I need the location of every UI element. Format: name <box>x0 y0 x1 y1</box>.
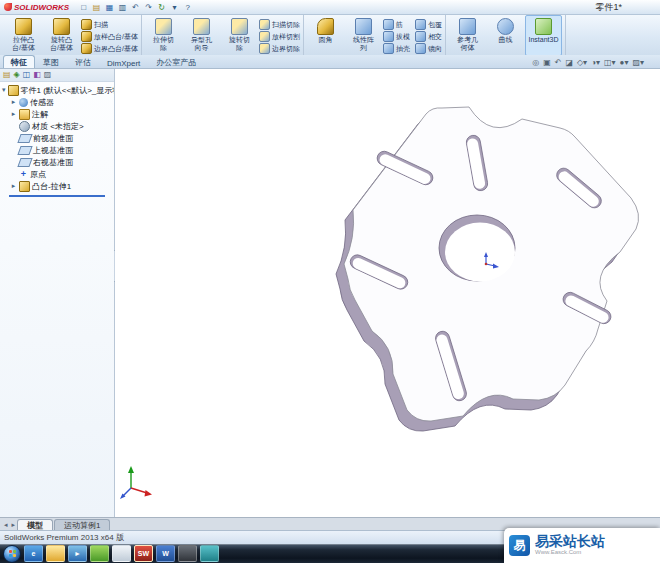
swept-boss-icon <box>81 19 92 30</box>
fillet-button[interactable]: 圆角 <box>307 15 344 56</box>
view-orientation-icon[interactable]: ◇▾ <box>577 58 587 68</box>
tab-office-products[interactable]: 办公室产品 <box>148 55 204 68</box>
undo-icon[interactable]: ↶ <box>130 2 141 13</box>
apply-scene-icon[interactable]: ▨▾ <box>632 58 644 68</box>
featuremanager-tab-icon[interactable]: ▤ <box>3 70 11 79</box>
rollback-bar[interactable] <box>9 195 105 197</box>
curves-icon <box>497 18 514 35</box>
label: 包覆 <box>428 20 442 30</box>
label: 参考几 何体 <box>457 36 478 51</box>
taskbar-icon-internet-explorer[interactable]: e <box>24 545 43 562</box>
tree-item-front-plane[interactable]: 前视基准面 <box>1 132 113 144</box>
extruded-cut-icon <box>155 18 172 35</box>
tree-item-right-plane[interactable]: 右视基准面 <box>1 156 113 168</box>
start-button[interactable] <box>3 545 21 563</box>
options-icon[interactable]: ▾ <box>169 2 180 13</box>
zoom-area-icon[interactable]: ▣ <box>543 58 551 68</box>
open-file-icon[interactable]: ▤ <box>91 2 102 13</box>
tree-item-label: 传感器 <box>30 97 54 108</box>
watermark: 易 易采站长站 Www.Easck.Com <box>504 528 660 563</box>
center-hole[interactable] <box>439 215 515 282</box>
tree-item-top-plane[interactable]: 上视基准面 <box>1 144 113 156</box>
extruded-cut-button[interactable]: 拉伸切 除 <box>145 15 182 56</box>
draft-icon <box>383 31 394 42</box>
expand-arrow-icon[interactable]: ▾ <box>2 86 6 94</box>
rebuild-icon[interactable]: ↻ <box>156 2 167 13</box>
lofted-boss-button[interactable]: 放样凸台/基体 <box>81 31 138 42</box>
tree-item-sensors[interactable]: ▸ 传感器 <box>1 96 113 108</box>
taskbar-icon-word[interactable]: W <box>156 545 175 562</box>
save-icon[interactable]: ▦ <box>104 2 115 13</box>
extruded-boss-button[interactable]: 拉伸凸 台/基体 <box>5 15 42 56</box>
boundary-cut-button[interactable]: 边界切除 <box>259 43 300 54</box>
taskbar-icon-messenger[interactable] <box>112 545 131 562</box>
watermark-subtitle: Www.Easck.Com <box>535 548 605 556</box>
section-view-icon[interactable]: ◪ <box>565 58 573 68</box>
tree-item-label: 材质 <未指定> <box>32 121 84 132</box>
mirror-button[interactable]: 镜向 <box>415 43 442 54</box>
print-icon[interactable]: ▥ <box>117 2 128 13</box>
draft-button[interactable]: 拔模 <box>383 31 410 42</box>
tab-dimxpert[interactable]: DimXpert <box>99 57 148 68</box>
tree-item-boss-extrude1[interactable]: ▸ 凸台-拉伸1 <box>1 180 113 192</box>
tab-evaluate[interactable]: 评估 <box>67 55 99 68</box>
hole-wizard-button[interactable]: 异型孔 向导 <box>183 15 220 56</box>
graphics-viewport[interactable] <box>115 68 660 518</box>
taskbar-icon-calculator[interactable] <box>200 545 219 562</box>
tree-item-material[interactable]: 材质 <未指定> <box>1 120 113 132</box>
edit-appearance-icon[interactable]: ●▾ <box>620 58 629 68</box>
expand-arrow-icon[interactable]: ▸ <box>10 182 17 190</box>
display-style-icon[interactable]: ◑▾ <box>591 58 600 68</box>
mirror-icon <box>415 43 426 54</box>
lofted-cut-icon <box>259 31 270 42</box>
label: 放样凸台/基体 <box>94 32 138 42</box>
reference-group: 参考几 何体 曲线 Instant3D <box>446 15 566 56</box>
zoom-fit-icon[interactable]: ◎ <box>532 58 539 68</box>
tree-item-part-root[interactable]: ▾ 零件1 (默认<<默认>_显示状态 <box>1 84 113 96</box>
expand-arrow-icon[interactable]: ▸ <box>10 110 17 118</box>
instant3d-button[interactable]: Instant3D <box>525 15 562 56</box>
swept-cut-button[interactable]: 扫描切除 <box>259 19 300 30</box>
dimxpertmanager-tab-icon[interactable]: ◧ <box>33 70 41 79</box>
new-file-icon[interactable]: □ <box>78 2 89 13</box>
part-3d-model[interactable] <box>336 107 639 431</box>
plane-icon <box>17 158 32 167</box>
hole-wizard-icon <box>193 18 210 35</box>
intersect-button[interactable]: 相交 <box>415 31 442 42</box>
solidworks-logo[interactable]: SOLIDWORKS <box>4 3 69 12</box>
label: 拔模 <box>396 32 410 42</box>
linear-pattern-button[interactable]: 线性阵 列 <box>345 15 382 56</box>
rib-button[interactable]: 筋 <box>383 19 410 30</box>
tab-sketch[interactable]: 草图 <box>35 55 67 68</box>
previous-view-icon[interactable]: ↶ <box>555 58 562 68</box>
taskbar-icon-folder[interactable] <box>46 545 65 562</box>
wrap-button[interactable]: 包覆 <box>415 19 442 30</box>
taskbar-icon-app[interactable] <box>178 545 197 562</box>
tree-item-origin[interactable]: + 原点 <box>1 168 113 180</box>
swept-boss-button[interactable]: 扫描 <box>81 19 138 30</box>
taskbar-icon-browser[interactable] <box>90 545 109 562</box>
boundary-boss-button[interactable]: 边界凸台/基体 <box>81 43 138 54</box>
label: 旋转切 除 <box>229 36 250 51</box>
hide-show-items-icon[interactable]: ◫▾ <box>604 58 616 68</box>
displaymanager-tab-icon[interactable]: ▨ <box>44 70 52 79</box>
window-title: 零件1* <box>595 1 622 14</box>
revolved-boss-button[interactable]: 旋转凸 台/基体 <box>43 15 80 56</box>
lofted-cut-button[interactable]: 放样切割 <box>259 31 300 42</box>
reference-geometry-button[interactable]: 参考几 何体 <box>449 15 486 56</box>
redo-icon[interactable]: ↷ <box>143 2 154 13</box>
taskbar-icon-solidworks[interactable]: SW <box>134 545 153 562</box>
curves-button[interactable]: 曲线 <box>487 15 524 56</box>
help-icon[interactable]: ? <box>182 2 193 13</box>
tree-item-annotations[interactable]: ▸ 注解 <box>1 108 113 120</box>
tab-features[interactable]: 特征 <box>3 55 35 68</box>
propertymanager-tab-icon[interactable]: ◈ <box>14 70 20 79</box>
part-icon <box>8 85 19 96</box>
shell-button[interactable]: 抽壳 <box>383 43 410 54</box>
taskbar-icon-media-player[interactable]: ► <box>68 545 87 562</box>
revolved-cut-button[interactable]: 旋转切 除 <box>221 15 258 56</box>
material-icon <box>19 121 30 132</box>
label: 扫描 <box>94 20 108 30</box>
expand-arrow-icon[interactable]: ▸ <box>10 98 17 106</box>
configurationmanager-tab-icon[interactable]: ◫ <box>23 70 31 79</box>
